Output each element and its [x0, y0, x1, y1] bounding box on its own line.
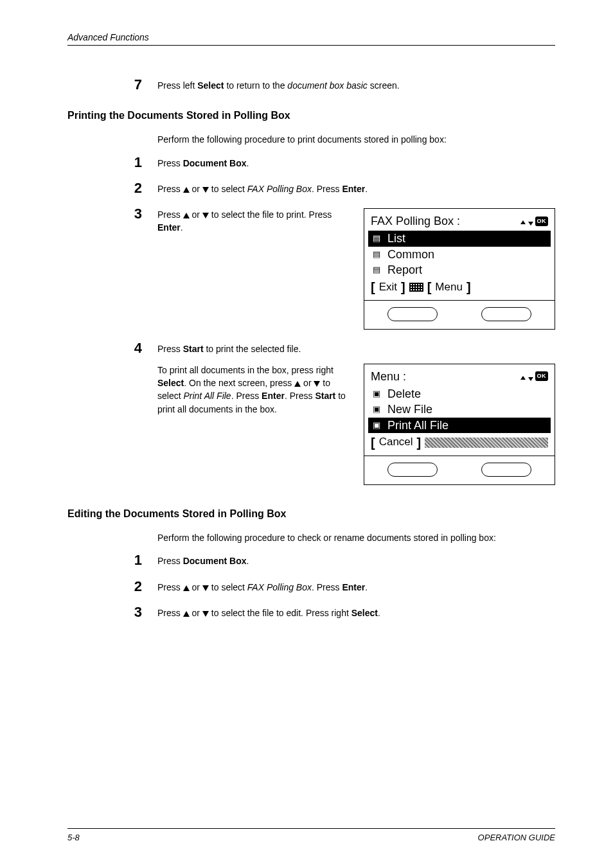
step-number: 2 [67, 580, 157, 594]
lcd-row-label: Common [387, 247, 434, 262]
bold: Start [315, 391, 335, 401]
bracket-left-icon: [ [371, 436, 375, 449]
step-number: 3 [67, 207, 157, 221]
bold: Select [351, 608, 378, 618]
footer-rule [67, 828, 555, 829]
up-icon [183, 611, 190, 617]
step-text-with-screen: To print all documents in the box, press… [157, 364, 555, 490]
text: or [190, 209, 202, 220]
step-text: Press or to select FAX Polling Box. Pres… [157, 580, 555, 594]
italic: FAX Polling Box [247, 582, 312, 592]
lcd-physical-buttons [364, 456, 555, 484]
num-icon: ▣ [371, 404, 382, 414]
lcd-rows: ▣Delete ▣New File ▣Print All File [368, 386, 551, 434]
section-intro: Perform the following procedure to print… [157, 133, 555, 146]
right-select-button[interactable] [481, 463, 531, 477]
lcd-row-label: New File [387, 402, 432, 417]
text: . [378, 608, 380, 618]
step-text: Press or to select the file to edit. Pre… [157, 605, 555, 619]
italic: document box basic [287, 80, 368, 91]
header-rule [67, 45, 555, 46]
text: . [365, 184, 368, 194]
lcd-title-row: Menu : OK [368, 368, 551, 386]
lcd-title: Menu : [371, 368, 406, 385]
up-icon [183, 213, 190, 218]
step-text: Press Document Box. [157, 155, 555, 170]
updown-icon [520, 213, 533, 229]
text: or [301, 378, 314, 388]
step-text: Press left Select to return to the docum… [157, 78, 555, 92]
softkey-left: Cancel [379, 434, 413, 450]
text: to select the file to print. Press [209, 209, 332, 220]
text: or [190, 608, 202, 618]
softkey-left: Exit [379, 279, 397, 296]
text: to select [209, 184, 247, 194]
lcd-row-selected: ▣Print All File [368, 418, 551, 434]
text: or [190, 582, 202, 592]
up-icon [294, 381, 301, 387]
hash-icon [409, 283, 423, 292]
num-icon: ▣ [371, 420, 382, 430]
step-body: Press or to select the file to print. Pr… [157, 207, 555, 335]
softkey-right: Menu [435, 279, 463, 296]
lcd-status-icons: OK [520, 213, 549, 229]
text: Press [157, 582, 183, 592]
lcd-row-label: List [387, 231, 405, 246]
doc-icon: ▤ [371, 265, 382, 275]
text: . On the next screen, press [184, 378, 294, 388]
down-icon [314, 381, 320, 387]
right-select-button[interactable] [481, 307, 531, 321]
lcd-title: FAX Polling Box : [371, 213, 460, 229]
down-icon [202, 213, 209, 218]
lcd-display: FAX Polling Box : OK ▤List ▤Common ▤Repo… [364, 209, 555, 300]
page-number: 5-8 [67, 833, 80, 842]
printing-step-3: 3 Press or to select the file to print. … [67, 207, 555, 335]
updown-icon [520, 368, 533, 385]
running-header: Advanced Functions [67, 32, 555, 42]
lcd-row: ▣Delete [368, 386, 551, 402]
hash-icon [425, 438, 548, 448]
text: to return to the [224, 80, 288, 91]
ok-icon: OK [535, 371, 549, 381]
bracket-left-icon: [ [371, 281, 375, 294]
ok-icon: OK [535, 217, 549, 226]
step-text: Press or to select the file to print. Pr… [157, 208, 356, 235]
editing-step-3: 3 Press or to select the file to edit. P… [67, 605, 555, 619]
lcd-softkey-row: [ Cancel ] [368, 433, 551, 453]
step-number: 3 [67, 605, 157, 619]
bold: Enter [342, 582, 365, 592]
step-text: Press Document Box. [157, 553, 555, 567]
text: to print the selected file. [204, 344, 301, 354]
lcd-row-selected: ▤List [368, 231, 551, 247]
bold: Document Box [183, 556, 247, 566]
editing-step-2: 2 Press or to select FAX Polling Box. Pr… [67, 580, 555, 594]
text: . Press [312, 184, 342, 194]
italic: FAX Polling Box [247, 184, 312, 194]
lcd-status-icons: OK [520, 368, 549, 385]
editing-step-1: 1 Press Document Box. [67, 553, 555, 567]
left-select-button[interactable] [387, 307, 438, 321]
text: . Press [231, 391, 262, 401]
bold: Enter [342, 184, 365, 194]
bold: Document Box [183, 158, 247, 168]
text: or [190, 184, 202, 194]
lcd-row: ▤Common [368, 247, 551, 263]
page-footer: 5-8 OPERATION GUIDE [67, 828, 555, 842]
section-intro: Perform the following procedure to check… [157, 531, 555, 544]
step-number: 7 [67, 78, 157, 92]
step-number: 4 [67, 341, 157, 355]
bold: Start [183, 344, 204, 354]
step-text-line1: Press Start to print the selected file. [157, 342, 555, 355]
text: screen. [368, 80, 400, 91]
text: to select the file to edit. Press right [209, 608, 351, 618]
text: . Press [285, 391, 315, 401]
step-body: Press Start to print the selected file. … [157, 341, 555, 490]
text: Press [157, 184, 183, 194]
text: . [181, 222, 183, 233]
left-select-button[interactable] [387, 463, 438, 477]
step-text: Press or to select FAX Polling Box. Pres… [157, 181, 555, 195]
bracket-right-icon: ] [466, 281, 471, 294]
guide-label: OPERATION GUIDE [478, 833, 555, 842]
text: Press [157, 158, 183, 168]
text: Press [157, 556, 183, 566]
